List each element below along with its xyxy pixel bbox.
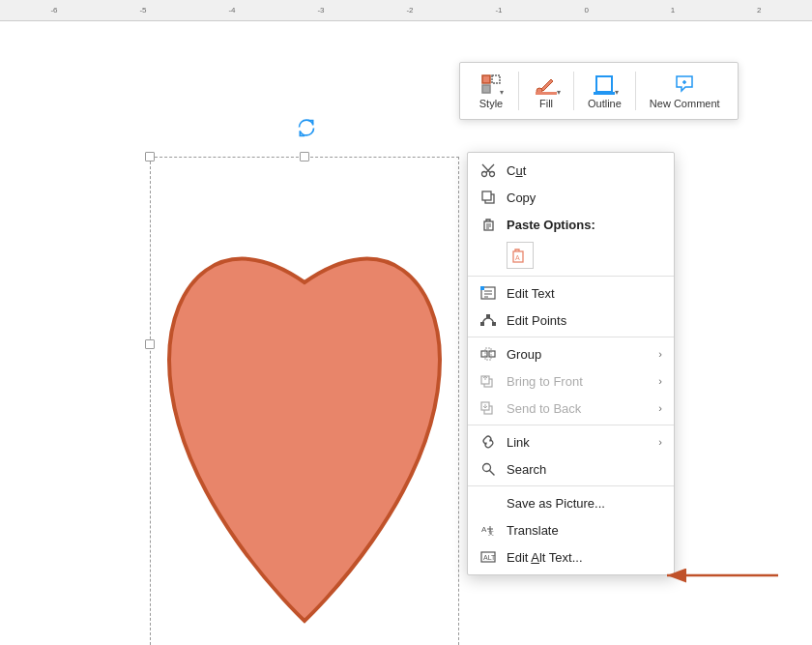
menu-item-translate[interactable]: A 文 Translate bbox=[468, 516, 674, 543]
svg-rect-26 bbox=[480, 322, 484, 326]
style-icon: ▾ bbox=[479, 73, 503, 96]
group-icon bbox=[479, 345, 497, 363]
fill-icon: ▾ bbox=[535, 73, 558, 96]
edit-text-icon bbox=[479, 284, 497, 302]
paste-icon bbox=[479, 216, 497, 233]
menu-item-copy[interactable]: Copy bbox=[468, 184, 674, 211]
floating-toolbar: ▾ Style ▾ Fill bbox=[459, 62, 739, 120]
edit-alt-text-label: Edit Alt Text... bbox=[507, 550, 662, 565]
svg-rect-4 bbox=[536, 92, 557, 95]
toolbar-divider-2 bbox=[573, 72, 574, 110]
separator-2 bbox=[468, 337, 674, 337]
link-label: Link bbox=[507, 435, 649, 450]
heart-svg bbox=[150, 157, 459, 645]
svg-rect-25 bbox=[480, 286, 484, 290]
svg-line-39 bbox=[490, 471, 495, 476]
menu-item-save-as-picture[interactable]: Save as Picture... bbox=[468, 489, 674, 516]
link-arrow: › bbox=[658, 436, 662, 448]
svg-text:ALT: ALT bbox=[483, 554, 496, 561]
menu-item-edit-points[interactable]: Edit Points bbox=[468, 307, 674, 334]
svg-rect-5 bbox=[596, 76, 612, 92]
ruler: -6 -5 -4 -3 -2 -1 0 1 2 bbox=[0, 0, 812, 21]
menu-item-send-to-back[interactable]: Send to Back › bbox=[468, 395, 674, 422]
menu-item-bring-to-front[interactable]: Bring to Front › bbox=[468, 367, 674, 395]
svg-rect-1 bbox=[492, 75, 500, 83]
toolbar-divider-1 bbox=[518, 72, 519, 110]
heart-shape-container[interactable] bbox=[150, 157, 459, 645]
toolbar-divider-3 bbox=[635, 72, 636, 110]
toolbar-new-comment-button[interactable]: New Comment bbox=[642, 69, 728, 113]
bring-front-icon bbox=[479, 372, 497, 390]
style-label: Style bbox=[479, 98, 503, 109]
canvas-area: ▾ Style ▾ Fill bbox=[0, 21, 812, 645]
svg-rect-28 bbox=[486, 314, 490, 318]
copy-label: Copy bbox=[507, 191, 662, 205]
handle-top-left[interactable] bbox=[145, 152, 155, 161]
svg-text:文: 文 bbox=[488, 529, 494, 536]
edit-text-label: Edit Text bbox=[507, 286, 662, 301]
send-back-icon bbox=[479, 399, 497, 417]
link-icon bbox=[479, 433, 497, 451]
handle-middle-left[interactable] bbox=[145, 339, 155, 349]
ruler-marks: -6 -5 -4 -3 -2 -1 0 1 2 bbox=[10, 6, 802, 15]
svg-rect-0 bbox=[482, 75, 490, 83]
menu-item-search[interactable]: Search bbox=[468, 455, 674, 483]
save-as-picture-icon bbox=[479, 494, 497, 512]
handle-top-middle[interactable] bbox=[300, 152, 309, 161]
alt-text-icon: ALT bbox=[479, 548, 497, 566]
new-comment-icon bbox=[673, 73, 696, 96]
search-icon bbox=[479, 460, 497, 478]
separator-1 bbox=[468, 276, 674, 277]
translate-label: Translate bbox=[507, 523, 662, 538]
menu-item-edit-alt-text[interactable]: ALT Edit Alt Text... bbox=[468, 543, 674, 571]
bring-front-arrow: › bbox=[658, 375, 662, 387]
cut-icon bbox=[479, 161, 497, 179]
menu-item-group[interactable]: Group › bbox=[468, 340, 674, 367]
copy-icon bbox=[479, 189, 497, 206]
svg-text:A: A bbox=[515, 254, 520, 261]
svg-rect-6 bbox=[594, 92, 615, 95]
save-as-picture-label: Save as Picture... bbox=[507, 496, 662, 511]
new-comment-label: New Comment bbox=[650, 98, 720, 109]
menu-item-paste-options: Paste Options: bbox=[468, 211, 674, 238]
outline-label: Outline bbox=[588, 98, 622, 109]
svg-rect-2 bbox=[482, 85, 490, 93]
svg-text:A: A bbox=[481, 525, 487, 534]
menu-item-cut[interactable]: Cut bbox=[468, 157, 674, 184]
toolbar-style-button[interactable]: ▾ Style bbox=[470, 69, 512, 113]
svg-rect-14 bbox=[482, 191, 491, 200]
outline-icon: ▾ bbox=[593, 73, 616, 96]
paste-options-label: Paste Options: bbox=[507, 218, 662, 232]
send-back-arrow: › bbox=[658, 402, 662, 414]
toolbar-fill-button[interactable]: ▾ Fill bbox=[525, 69, 567, 113]
edit-points-icon bbox=[479, 311, 497, 329]
separator-4 bbox=[468, 485, 674, 486]
save-picture-arrow bbox=[657, 561, 783, 590]
menu-item-link[interactable]: Link › bbox=[468, 428, 674, 455]
svg-rect-29 bbox=[481, 351, 487, 357]
menu-item-edit-text[interactable]: Edit Text bbox=[468, 279, 674, 307]
toolbar-outline-button[interactable]: ▾ Outline bbox=[580, 69, 629, 113]
svg-rect-31 bbox=[485, 348, 491, 360]
group-arrow: › bbox=[658, 348, 662, 360]
search-label: Search bbox=[507, 462, 662, 477]
svg-rect-27 bbox=[492, 322, 496, 326]
fill-label: Fill bbox=[539, 98, 553, 109]
context-menu: Cut Copy bbox=[467, 152, 675, 575]
group-label: Group bbox=[507, 347, 649, 362]
translate-icon: A 文 bbox=[479, 521, 497, 539]
send-back-label: Send to Back bbox=[507, 401, 649, 416]
paste-option-button[interactable]: A bbox=[507, 242, 534, 269]
rotate-handle[interactable] bbox=[297, 118, 312, 133]
paste-options-area: A bbox=[468, 238, 674, 273]
page-area: ▾ Style ▾ Fill bbox=[0, 21, 812, 645]
edit-points-label: Edit Points bbox=[507, 313, 662, 328]
svg-rect-30 bbox=[489, 351, 495, 357]
separator-3 bbox=[468, 425, 674, 425]
bring-front-label: Bring to Front bbox=[507, 374, 649, 389]
cut-label: Cut bbox=[507, 163, 662, 178]
